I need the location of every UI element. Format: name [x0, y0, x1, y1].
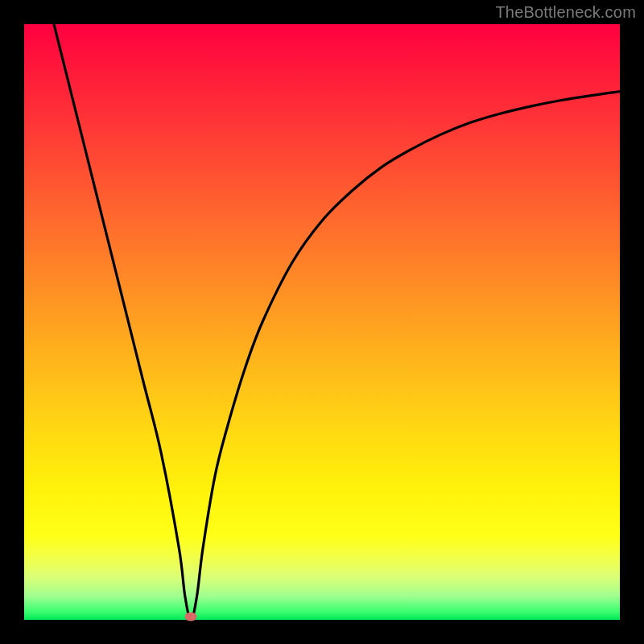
- chart-container: TheBottleneck.com: [0, 0, 644, 644]
- bottleneck-curve: [24, 24, 620, 620]
- minimum-marker: [185, 613, 197, 621]
- watermark-label: TheBottleneck.com: [495, 3, 636, 22]
- plot-area: [24, 24, 620, 620]
